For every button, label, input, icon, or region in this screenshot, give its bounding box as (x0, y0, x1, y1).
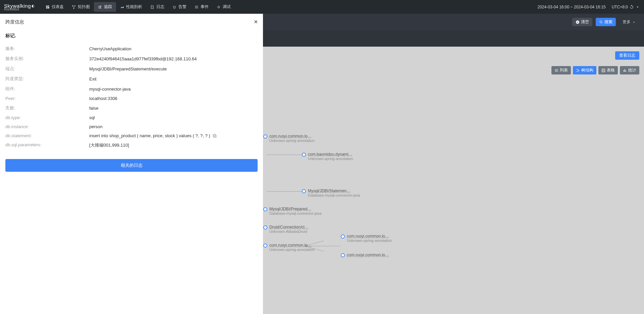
chevron-up-icon (632, 20, 636, 24)
node-subtitle: Unknown-spring-annotation (269, 139, 315, 143)
trace-node[interactable]: com.ruoyi.common.lo… (341, 253, 389, 257)
kv-value: insert into shop_product ( name, price, … (89, 133, 217, 138)
topology-icon (72, 5, 76, 9)
node-dot-icon (263, 225, 267, 229)
kv-value: Exit (89, 76, 97, 82)
clear-button[interactable]: 清空 (572, 18, 592, 26)
kv-value: Mysql/JDBI/PreparedStatement/execute (89, 66, 167, 72)
nav-item-label: 拓扑图 (78, 4, 90, 10)
kv-key: 跨度类型: (5, 76, 89, 82)
modal-kv-list: 服务:CherryUseApplication服务实例:372e4240f946… (5, 44, 258, 150)
topbar-right: 2024-03-04 16:00 ~ 2024-03-04 16:15 UTC+… (537, 5, 640, 9)
kv-row: db.sql.parameters:[大辣椒001,999,110] (5, 140, 258, 150)
node-dot-icon (302, 153, 306, 157)
more-button[interactable]: 更多 (619, 18, 639, 26)
node-dot-icon (263, 135, 267, 139)
node-title: Mysql/JDBI/Prepared… (269, 207, 321, 211)
trace-node[interactable]: com.ruoyi.common.lo…Unknown-spring-annot… (263, 134, 315, 143)
kv-row: db.instance:person (5, 122, 258, 131)
svg-point-6 (600, 21, 602, 23)
modal-section-label: 标记. (5, 33, 258, 39)
node-title: com.ruoyi.common.lo… (269, 243, 315, 248)
trace-node[interactable]: com.ruoyi.common.lo…Unknown-spring-annot… (263, 243, 315, 252)
chevron-down-icon[interactable] (635, 5, 640, 9)
svg-line-7 (602, 22, 603, 23)
trace-node[interactable]: com.ruoyi.common.lo…Unknown-spring-annot… (341, 234, 392, 243)
node-subtitle: Unknown-spring-annotation (347, 239, 392, 243)
dashboard-icon (46, 5, 50, 9)
alarm-icon (172, 5, 176, 9)
refresh-icon[interactable] (629, 5, 634, 9)
node-dot-icon (341, 234, 345, 239)
topbar: Skywalking◐ Rocketbot 仪表盘拓扑图追踪性能剖析日志告警事件… (0, 0, 644, 14)
node-dot-icon (263, 244, 267, 248)
kv-key: 服务实例: (5, 56, 89, 62)
timezone[interactable]: UTC+8:0 (612, 5, 640, 9)
kv-value: mysql-connector-java (89, 86, 131, 92)
modal-title: 跨度信息 (5, 19, 24, 25)
svg-rect-11 (214, 135, 216, 137)
nav-item-alarm[interactable]: 告警 (168, 2, 191, 12)
node-subtitle: Unknown-spring-annotation (269, 248, 315, 252)
copy-icon[interactable] (212, 134, 217, 138)
kv-key: 组件: (5, 86, 89, 92)
nav-item-topology[interactable]: 拓扑图 (68, 2, 94, 12)
kv-key: db.instance: (5, 124, 89, 129)
node-subtitle: Database-mysql-connector-java (269, 211, 321, 215)
time-range[interactable]: 2024-03-04 16:00 ~ 2024-03-04 16:15 (537, 5, 605, 9)
nav-item-dashboard[interactable]: 仪表盘 (42, 2, 68, 12)
kv-value: false (89, 105, 98, 111)
nav-item-label: 调试 (223, 4, 231, 10)
kv-key: Peer: (5, 96, 89, 101)
kv-row: db.type:sql (5, 113, 258, 122)
node-subtitle: Unknown-spring-annotation (308, 157, 353, 161)
log-icon (150, 5, 154, 9)
kv-row: 端点:Mysql/JDBI/PreparedStatement/execute (5, 64, 258, 74)
nav-item-label: 性能剖析 (126, 4, 142, 10)
kv-key: 端点: (5, 66, 89, 72)
kv-value: sql (89, 115, 95, 120)
kv-key: db.statement: (5, 133, 89, 138)
kv-key: 失败: (5, 105, 89, 111)
debug-icon (217, 5, 221, 9)
kv-row: 服务实例:372e4240f946415aaa1d977fef339fbd@19… (5, 54, 258, 64)
kv-key: 服务: (5, 46, 89, 52)
kv-row: 服务:CherryUseApplication (5, 44, 258, 54)
node-title: Druid/Connection/cl… (269, 225, 309, 229)
nav-item-label: 事件 (201, 4, 209, 10)
svg-rect-12 (213, 134, 215, 137)
nav-item-debug[interactable]: 调试 (213, 2, 235, 12)
nav-item-label: 仪表盘 (52, 4, 64, 10)
kv-value: [大辣椒001,999,110] (89, 142, 129, 148)
close-circle-icon (576, 20, 580, 24)
kv-row: 失败:false (5, 103, 258, 113)
node-subtitle: Unknown-AlibabaDruid (269, 229, 309, 233)
kv-row: 组件:mysql-connector-java (5, 84, 258, 94)
nav-item-label: 追踪 (104, 4, 112, 10)
node-subtitle: Database-mysql-connector-java (308, 193, 360, 197)
kv-key: db.type: (5, 115, 89, 120)
trace-node[interactable]: Mysql/JDBI/Prepared…Database-mysql-conne… (263, 207, 321, 215)
trace-node[interactable]: Druid/Connection/cl…Unknown-AlibabaDruid (263, 225, 309, 233)
nav-item-trace[interactable]: 追踪 (94, 2, 116, 12)
nav-item-event[interactable]: 事件 (191, 2, 213, 12)
nav-item-log[interactable]: 日志 (146, 2, 168, 12)
node-dot-icon (341, 253, 345, 257)
kv-key: db.sql.parameters: (5, 142, 89, 148)
nav-item-profile[interactable]: 性能剖析 (116, 2, 146, 12)
node-title: com.ruoyi.common.lo… (269, 134, 315, 139)
kv-row: 跨度类型:Exit (5, 74, 258, 84)
node-dot-icon (302, 189, 306, 193)
search-button[interactable]: 搜索 (596, 18, 616, 26)
related-logs-button[interactable]: 相关的日志 (5, 159, 258, 172)
modal-close-button[interactable]: × (254, 18, 258, 25)
profile-icon (120, 5, 124, 9)
trace-node[interactable]: com.baomidou.dynami…Unknown-spring-annot… (302, 152, 353, 161)
node-title: com.ruoyi.common.lo… (347, 234, 392, 239)
search-icon (599, 20, 603, 24)
trace-node[interactable]: Mysql/JDBI/Statemen…Database-mysql-conne… (302, 189, 360, 197)
kv-row: Peer:localhost:3306 (5, 94, 258, 103)
node-title: com.baomidou.dynami… (308, 152, 353, 157)
event-icon (195, 5, 199, 9)
kv-value: CherryUseApplication (89, 46, 131, 52)
